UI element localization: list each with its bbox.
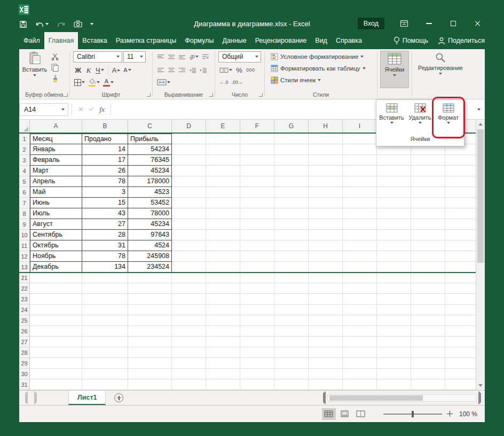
cell-I29[interactable] (343, 358, 377, 369)
cell-E27[interactable] (206, 337, 240, 347)
cell-G6[interactable] (274, 187, 309, 198)
cell-C27[interactable] (128, 337, 172, 347)
cell-G23[interactable] (274, 294, 309, 305)
row-header-29[interactable]: 29 (19, 358, 30, 369)
conditional-formatting-button[interactable]: Условное форматирование (269, 51, 367, 62)
excel-app-icon[interactable] (18, 4, 30, 15)
font-name-combo[interactable]: Calibri (73, 51, 122, 63)
cell-D4[interactable] (172, 166, 206, 176)
cell-K21[interactable] (411, 272, 445, 283)
cell-C22[interactable] (128, 283, 172, 294)
cell-C1[interactable]: Прибыль (128, 134, 172, 144)
align-middle-button[interactable] (167, 51, 176, 63)
cell-F31[interactable] (240, 379, 274, 390)
cell-A7[interactable]: Июнь (30, 198, 82, 208)
cell-I3[interactable] (343, 155, 377, 166)
cell-D8[interactable] (172, 208, 206, 219)
sheet-tab-active[interactable]: Лист1 (68, 391, 106, 405)
horizontal-scrollbar[interactable] (322, 393, 482, 403)
cell-B11[interactable]: 31 (82, 240, 128, 251)
cell-H4[interactable] (309, 166, 343, 176)
cell-B10[interactable]: 28 (82, 230, 128, 240)
row-header-27[interactable]: 27 (19, 337, 30, 347)
cell-B27[interactable] (82, 337, 128, 347)
sign-in-button[interactable]: Вход (358, 18, 384, 29)
editing-button[interactable]: Редактирование (415, 51, 466, 88)
format-as-table-button[interactable]: Форматировать как таблицу (269, 63, 367, 74)
cell-F27[interactable] (240, 337, 274, 347)
tab-Рецензирование[interactable]: Рецензирование (251, 32, 311, 49)
cell-F10[interactable] (240, 230, 274, 240)
cell-A27[interactable] (30, 337, 82, 347)
cell-B23[interactable] (82, 294, 128, 305)
cell-H31[interactable] (309, 379, 343, 390)
expand-formula-bar-button[interactable] (473, 108, 485, 111)
cell-F11[interactable] (240, 240, 274, 251)
cell-G10[interactable] (274, 230, 309, 240)
maximize-button[interactable] (446, 17, 460, 30)
cell-J27[interactable] (377, 337, 411, 347)
cell-B9[interactable]: 27 (82, 219, 128, 230)
cell-H24[interactable] (309, 305, 343, 315)
cell-G3[interactable] (274, 155, 309, 166)
column-header-E[interactable]: E (206, 120, 240, 133)
cell-J30[interactable] (377, 369, 411, 379)
format-cells-button[interactable]: Формат (434, 101, 462, 134)
cell-K31[interactable] (411, 379, 445, 390)
minimize-button[interactable] (422, 17, 436, 30)
cell-B26[interactable] (82, 326, 128, 337)
cell-C9[interactable]: 45234 (128, 219, 172, 230)
horizontal-scroll-thumb[interactable] (329, 395, 423, 401)
column-header-H[interactable]: H (309, 120, 343, 133)
row-header-5[interactable]: 5 (19, 176, 30, 187)
align-bottom-button[interactable] (177, 51, 187, 63)
font-dialog-launcher[interactable] (147, 93, 151, 97)
grow-font-button[interactable]: А (111, 65, 122, 76)
align-left-button[interactable] (156, 65, 166, 76)
cell-J23[interactable] (377, 294, 411, 305)
cell-H28[interactable] (309, 347, 343, 358)
cell-B13[interactable]: 134 (82, 262, 128, 272)
cell-I27[interactable] (343, 337, 377, 347)
insert-cells-button[interactable]: Вставить (377, 101, 406, 134)
increase-indent-button[interactable] (199, 65, 208, 76)
cell-L26[interactable] (445, 326, 476, 337)
cell-F6[interactable] (240, 187, 274, 198)
cell-E25[interactable] (206, 315, 240, 326)
cell-D9[interactable] (172, 219, 206, 230)
cell-L7[interactable] (445, 198, 476, 208)
cell-I2[interactable] (343, 144, 377, 155)
align-top-button[interactable] (156, 51, 166, 63)
cell-L29[interactable] (445, 358, 476, 369)
cell-L27[interactable] (445, 337, 476, 347)
tab-Справка[interactable]: Справка (332, 32, 366, 49)
cell-B21[interactable] (82, 272, 128, 283)
cell-J5[interactable] (377, 176, 411, 187)
cell-L30[interactable] (445, 369, 476, 379)
cell-A9[interactable]: Август (30, 219, 82, 230)
cell-H13[interactable] (309, 262, 343, 272)
cell-K4[interactable] (411, 166, 445, 176)
camera-button[interactable] (74, 18, 82, 30)
cell-J26[interactable] (377, 326, 411, 337)
cell-L10[interactable] (445, 230, 476, 240)
cell-L6[interactable] (445, 187, 476, 198)
cell-J9[interactable] (377, 219, 411, 230)
cell-L3[interactable] (445, 155, 476, 166)
save-button[interactable] (19, 18, 27, 30)
cell-J8[interactable] (377, 208, 411, 219)
cell-J10[interactable] (377, 230, 411, 240)
cell-H2[interactable] (309, 144, 343, 155)
cell-G9[interactable] (274, 219, 309, 230)
scroll-down-button[interactable] (476, 382, 485, 390)
cell-K28[interactable] (411, 347, 445, 358)
cell-H27[interactable] (309, 337, 343, 347)
cell-A30[interactable] (30, 369, 82, 379)
cell-K27[interactable] (411, 337, 445, 347)
cell-J25[interactable] (377, 315, 411, 326)
cell-F8[interactable] (240, 208, 274, 219)
cell-C7[interactable]: 53452 (128, 198, 172, 208)
orientation-button[interactable]: ab (188, 51, 200, 63)
cell-I24[interactable] (343, 305, 377, 315)
cell-C12[interactable]: 245908 (128, 251, 172, 262)
